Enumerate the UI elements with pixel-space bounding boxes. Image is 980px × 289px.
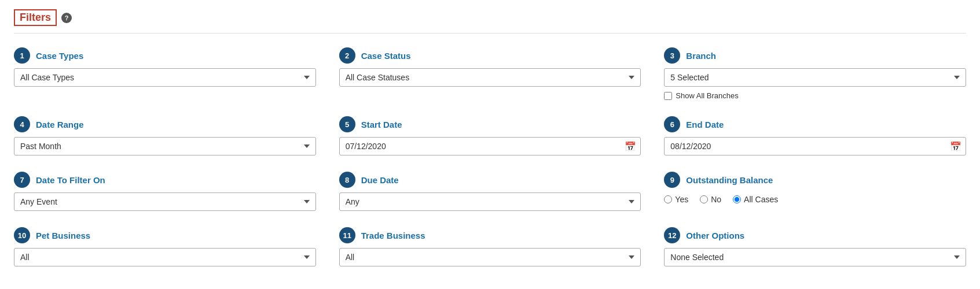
filter-label-12: Other Options [686, 231, 744, 240]
date-range-select[interactable]: Past Month Past Week Past Year Custom [14, 137, 316, 155]
step-badge-5: 5 [339, 116, 355, 132]
other-options-select[interactable]: None Selected Option A Option B [664, 248, 966, 266]
filter-group-1: 1 Case Types All Case Types Type A Type … [14, 47, 316, 100]
filter-label-row-8: 8 Due Date [339, 172, 641, 188]
step-badge-8: 8 [339, 172, 355, 188]
filter-label-7: Date To Filter On [36, 175, 105, 185]
filter-group-11: 11 Trade Business All Yes No [339, 227, 641, 266]
step-badge-12: 12 [664, 227, 680, 243]
step-badge-4: 4 [14, 116, 30, 132]
date-filter-on-select[interactable]: Any Event Created Date Modified Date [14, 192, 316, 211]
filter-group-10: 10 Pet Business All Yes No [14, 227, 316, 266]
outstanding-balance-all-option[interactable]: All Cases [733, 195, 778, 204]
filter-label-row-7: 7 Date To Filter On [14, 172, 316, 188]
filters-title: Filters [14, 9, 57, 26]
filter-label-10: Pet Business [36, 231, 90, 240]
outstanding-balance-no-label: No [711, 195, 721, 204]
filter-group-4: 4 Date Range Past Month Past Week Past Y… [14, 116, 316, 155]
filter-label-row-3: 3 Branch [664, 47, 966, 64]
filter-label-row-6: 6 End Date [664, 116, 966, 132]
step-badge-10: 10 [14, 227, 30, 243]
filter-label-5: Start Date [361, 120, 402, 129]
step-badge-7: 7 [14, 172, 30, 188]
filter-label-11: Trade Business [361, 231, 425, 240]
filter-group-12: 12 Other Options None Selected Option A … [664, 227, 966, 266]
outstanding-balance-yes-radio[interactable] [664, 195, 672, 203]
filter-label-row-4: 4 Date Range [14, 116, 316, 132]
filter-label-row-1: 1 Case Types [14, 47, 316, 64]
start-date-calendar-icon[interactable]: 📅 [625, 141, 636, 152]
filter-label-row-10: 10 Pet Business [14, 227, 316, 243]
filter-label-row-12: 12 Other Options [664, 227, 966, 243]
outstanding-balance-no-option[interactable]: No [700, 195, 721, 204]
show-all-branches-row: Show All Branches [664, 91, 966, 100]
end-date-input[interactable] [664, 137, 966, 155]
outstanding-balance-radio-group: Yes No All Cases [664, 192, 966, 204]
filter-label-row-2: 2 Case Status [339, 47, 641, 64]
due-date-select[interactable]: Any Today This Week Overdue [339, 192, 641, 211]
filter-label-2: Case Status [361, 51, 411, 61]
step-badge-2: 2 [339, 47, 355, 64]
show-all-branches-checkbox[interactable] [664, 92, 672, 100]
outstanding-balance-yes-label: Yes [675, 195, 688, 204]
filter-label-4: Date Range [36, 120, 84, 129]
filter-label-3: Branch [686, 51, 716, 61]
page-container: Filters ? 1 Case Types All Case Types Ty… [0, 0, 980, 276]
step-badge-11: 11 [339, 227, 355, 243]
filter-group-8: 8 Due Date Any Today This Week Overdue [339, 172, 641, 211]
step-badge-6: 6 [664, 116, 680, 132]
help-icon[interactable]: ? [61, 13, 72, 23]
filter-label-row-5: 5 Start Date [339, 116, 641, 132]
outstanding-balance-all-label: All Cases [744, 195, 778, 204]
step-badge-9: 9 [664, 172, 680, 188]
filter-label-9: Outstanding Balance [686, 175, 773, 185]
outstanding-balance-yes-option[interactable]: Yes [664, 195, 688, 204]
filter-label-8: Due Date [361, 175, 399, 185]
filter-group-3: 3 Branch 5 Selected All Branches Show Al… [664, 47, 966, 100]
filter-label-row-11: 11 Trade Business [339, 227, 641, 243]
outstanding-balance-no-radio[interactable] [700, 195, 708, 203]
end-date-calendar-icon[interactable]: 📅 [950, 141, 961, 152]
show-all-branches-label: Show All Branches [676, 91, 738, 100]
start-date-input[interactable] [339, 137, 641, 155]
filters-header: Filters ? [14, 9, 966, 26]
pet-business-select[interactable]: All Yes No [14, 248, 316, 266]
filter-group-2: 2 Case Status All Case Statuses Open Clo… [339, 47, 641, 100]
filter-label-1: Case Types [36, 51, 83, 61]
step-badge-1: 1 [14, 47, 30, 64]
outstanding-balance-all-radio[interactable] [733, 195, 741, 203]
filter-label-6: End Date [686, 120, 724, 129]
end-date-wrapper: 📅 [664, 137, 966, 155]
trade-business-select[interactable]: All Yes No [339, 248, 641, 266]
step-badge-3: 3 [664, 47, 680, 64]
start-date-wrapper: 📅 [339, 137, 641, 155]
filters-grid: 1 Case Types All Case Types Type A Type … [14, 47, 966, 266]
branch-select[interactable]: 5 Selected All Branches [664, 68, 966, 87]
filter-group-5: 5 Start Date 📅 [339, 116, 641, 155]
filter-group-7: 7 Date To Filter On Any Event Created Da… [14, 172, 316, 211]
case-status-select[interactable]: All Case Statuses Open Closed [339, 68, 641, 87]
filter-group-9: 9 Outstanding Balance Yes No All Cases [664, 172, 966, 211]
filter-label-row-9: 9 Outstanding Balance [664, 172, 966, 188]
header-divider [14, 33, 966, 34]
filter-group-6: 6 End Date 📅 [664, 116, 966, 155]
case-types-select[interactable]: All Case Types Type A Type B [14, 68, 316, 87]
